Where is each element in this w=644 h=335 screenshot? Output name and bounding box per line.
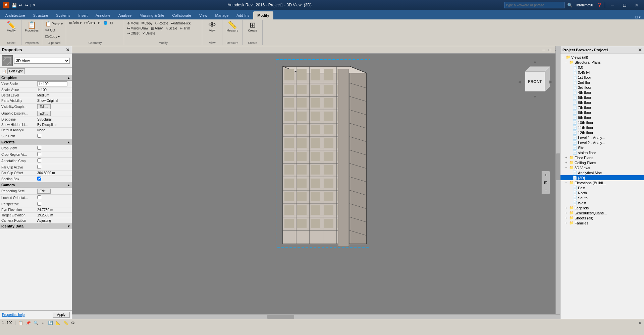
locked-orientation-checkbox[interactable]: [37, 195, 41, 199]
move-button[interactable]: ✛ Move: [126, 21, 140, 25]
maximize-button[interactable]: □: [620, 1, 629, 9]
project-browser-close-button[interactable]: ✕: [638, 47, 642, 53]
pb-item-structuralplans[interactable]: −📁 Structural Plans: [560, 60, 644, 65]
prop-lo-val[interactable]: [36, 195, 72, 201]
tab-massing[interactable]: Massing & Site: [136, 11, 168, 19]
pb-item-families[interactable]: +📁 Families: [560, 220, 644, 225]
pb-toggle-icon[interactable]: −: [562, 55, 565, 59]
prop-vg-value[interactable]: Edit...: [36, 104, 72, 110]
tab-systems[interactable]: Systems: [52, 11, 74, 19]
pb-item-2ndflor[interactable]: 📄 2nd flor: [560, 80, 644, 85]
nav-cube-top-arrow[interactable]: ▲: [533, 59, 537, 64]
qat-more-button[interactable]: ▾: [33, 3, 35, 7]
prop-gd-value[interactable]: Edit...: [36, 110, 72, 117]
pb-item-4thfloor[interactable]: 📄 4th floor: [560, 90, 644, 95]
pb-item-schedulesquanti[interactable]: +📁 Schedules/Quanti...: [560, 210, 644, 215]
offset-button[interactable]: ⇥ Offset: [126, 31, 141, 36]
wall-joins-button[interactable]: ⊓: [97, 21, 102, 25]
scrollbar-thumb-h[interactable]: [267, 315, 294, 319]
pb-item-7thfloor[interactable]: 📄 7th floor: [560, 105, 644, 110]
prop-sp-val[interactable]: [36, 133, 72, 139]
prop-rs-val[interactable]: Edit...: [36, 188, 72, 195]
pb-toggle-icon[interactable]: +: [565, 211, 569, 215]
zoom-out-button[interactable]: −: [542, 187, 549, 193]
pb-item-level1analy[interactable]: 📄 Level 1 - Analy...: [560, 135, 644, 140]
array-button[interactable]: ▦ Array: [150, 26, 164, 30]
tab-insert[interactable]: Insert: [74, 11, 92, 19]
measure-button[interactable]: 📏 Measure: [225, 21, 239, 33]
pb-item-045lvl[interactable]: 📄 0.45 lvl: [560, 70, 644, 75]
section-box-checkbox[interactable]: [37, 177, 41, 181]
view-ribbon-button[interactable]: 👁 View: [206, 21, 218, 33]
pb-item-sheetsall[interactable]: +📁 Sheets (all): [560, 215, 644, 220]
properties-ribbon-button[interactable]: 📋 Properties: [23, 21, 40, 33]
copy-tool-button[interactable]: ⧉ Copy: [141, 21, 153, 25]
status-settings-icon[interactable]: ⚙: [71, 321, 75, 325]
search-input[interactable]: [504, 2, 565, 8]
edit-type-button[interactable]: Edit Type: [7, 68, 25, 74]
sun-path-checkbox[interactable]: [37, 134, 41, 138]
pb-item-11thfloor[interactable]: 📄 11th floor: [560, 125, 644, 130]
identity-section-header[interactable]: Identity Data ▼: [0, 223, 72, 229]
trim-button[interactable]: ⊢ Trim: [179, 26, 191, 30]
prop-crv-val[interactable]: [36, 151, 72, 158]
nav-cube-right-arrow[interactable]: ▶: [549, 79, 553, 84]
nav-cube-left-arrow[interactable]: ◀: [518, 79, 521, 84]
tab-analyze[interactable]: Analyze: [114, 11, 136, 19]
tab-manage[interactable]: Manage: [211, 11, 233, 19]
save-button[interactable]: 💾: [11, 3, 17, 8]
zoom-fit-button[interactable]: ⊡: [542, 179, 549, 186]
prop-persp-val[interactable]: [36, 201, 72, 207]
properties-close-button[interactable]: ✕: [66, 47, 70, 53]
prop-cv-val[interactable]: [36, 145, 72, 151]
viewport-horizontal-scrollbar[interactable]: [72, 314, 560, 319]
pb-item-west[interactable]: 📄 West: [560, 200, 644, 205]
pb-item-3rdfloor[interactable]: 📄 3rd floor: [560, 85, 644, 90]
close-button[interactable]: ✕: [632, 1, 641, 9]
pb-item-6thfloor[interactable]: 📄 6th floor: [560, 100, 644, 105]
scale-button[interactable]: ⤡ Scale: [164, 26, 178, 30]
undo-button[interactable]: ↩: [19, 3, 22, 8]
pb-item-site[interactable]: 📄 Site: [560, 145, 644, 150]
viewport-maximize-button[interactable]: □: [548, 47, 552, 53]
pb-toggle-icon[interactable]: −: [565, 166, 569, 170]
nav-cube[interactable]: FRONT ▲ ◀ ▶ ▼: [517, 56, 553, 100]
pb-item-5thfloor[interactable]: 📄 5th floor: [560, 95, 644, 100]
pb-item-north[interactable]: 📄 North: [560, 190, 644, 195]
pb-item-level2analy[interactable]: 📄 Level 2 - Analy...: [560, 140, 644, 145]
pb-toggle-icon[interactable]: +: [565, 206, 569, 210]
tab-annotate[interactable]: Annotate: [92, 11, 114, 19]
prop-ac-val[interactable]: [36, 158, 72, 164]
pb-item-3d[interactable]: 📄 {3D}: [560, 175, 644, 180]
pb-toggle-icon[interactable]: +: [565, 216, 569, 220]
viewport-area[interactable]: ─ □ ✕: [72, 46, 560, 319]
modify-button[interactable]: ✏️ Modify: [5, 21, 17, 33]
prop-sb-val[interactable]: [36, 176, 72, 182]
tab-modify[interactable]: Modify: [253, 11, 273, 19]
properties-apply-button[interactable]: Apply: [53, 312, 70, 318]
zoom-in-button[interactable]: +: [542, 172, 549, 179]
graphics-section-header[interactable]: Graphics ▲: [0, 75, 72, 81]
tab-structure[interactable]: Structure: [29, 11, 52, 19]
pb-item-10thfloor[interactable]: 📄 10th floor: [560, 120, 644, 125]
redo-button[interactable]: ↪: [24, 3, 28, 8]
status-clipboard-icon[interactable]: 📋: [18, 321, 23, 325]
perspective-checkbox[interactable]: [37, 202, 41, 206]
pb-toggle-icon[interactable]: −: [565, 60, 569, 64]
app-menu-button[interactable]: A: [3, 2, 9, 8]
tab-extra-btn[interactable]: □ ▾: [633, 15, 643, 19]
pb-item-9thfloor[interactable]: 📄 9th floor: [560, 115, 644, 120]
pb-item-1stfloor[interactable]: 📄 1st floor: [560, 75, 644, 80]
pb-item-viewsall[interactable]: −📁 Views (all): [560, 55, 644, 60]
join-button[interactable]: ⊞ Join ▾: [68, 21, 82, 25]
delete-button[interactable]: ✕ Delete: [141, 31, 156, 36]
tab-collaborate[interactable]: Collaborate: [168, 11, 195, 19]
split-button[interactable]: ⊡: [109, 21, 114, 25]
tab-addins[interactable]: Add-Ins: [232, 11, 253, 19]
annotation-crop-checkbox[interactable]: [37, 158, 41, 162]
pb-toggle-icon[interactable]: −: [565, 181, 569, 185]
pb-item-south[interactable]: 📄 South: [560, 195, 644, 200]
nav-cube-bottom-arrow[interactable]: ▼: [533, 94, 537, 99]
status-sync-icon[interactable]: 🔄: [48, 321, 53, 325]
rotate-button[interactable]: ↻ Rotate: [154, 21, 169, 25]
